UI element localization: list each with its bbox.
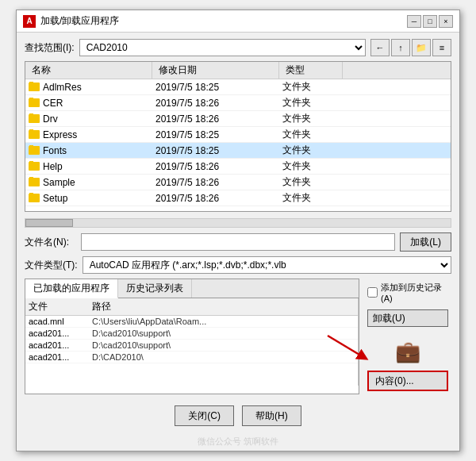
title-bar: A 加载/卸载应用程序 ─ □ × [17,10,459,33]
watermark: 微信公众号 筑啊软件 [17,436,459,451]
file-list-row[interactable]: CER 2019/7/5 18:26 文件夹 [25,95,451,111]
file-list-row[interactable]: Sample 2019/7/5 18:26 文件夹 [25,175,451,190]
add-to-history-label: 添加到历史记录(A) [381,282,448,303]
dialog-title: 加载/卸载应用程序 [40,14,119,28]
loaded-col-file: 文件 [29,300,92,313]
tab-history[interactable]: 历史记录列表 [118,279,192,298]
file-list-row[interactable]: Fonts 2019/7/5 18:25 文件夹 [25,143,451,159]
look-in-label: 查找范围(I): [25,41,75,55]
close-button[interactable]: × [439,15,453,28]
file-list-row[interactable]: Setup 2019/7/5 18:26 文件夹 [25,190,451,206]
file-list-container[interactable]: 名称 修改日期 类型 AdlmRes 2019/7/5 18:25 文件夹 CE… [25,61,451,212]
briefcase-container: 💼 [367,340,448,364]
main-dialog: A 加载/卸载应用程序 ─ □ × 查找范围(I): CAD2010 ← ↑ 📁… [16,10,460,451]
file-list-row[interactable]: Drv 2019/7/5 18:26 文件夹 [25,111,451,127]
toolbar-row: 查找范围(I): CAD2010 ← ↑ 📁 ≡ [25,39,451,56]
filename-label: 文件名(N): [25,236,76,249]
loaded-list-header: 文件 路径 [25,298,358,316]
filetype-select[interactable]: AutoCAD 应用程序 (*.arx;*.lsp;*.dvb;*.dbx;*.… [83,256,451,274]
help-button[interactable]: 帮助(H) [242,405,301,426]
up-button[interactable]: ↑ [391,39,410,56]
maximize-button[interactable]: □ [423,15,437,28]
arrow-svg [324,332,371,363]
loaded-list-rows: acad.mnlC:\Users\liu\AppData\Roam...acad… [25,316,358,363]
filename-row: 文件名(N): 加载(L) [25,232,451,252]
filename-input[interactable] [81,233,395,251]
loaded-list-area[interactable]: 文件 路径 acad.mnlC:\Users\liu\AppData\Roam.… [25,298,359,386]
loaded-col-path: 路径 [92,300,355,313]
dialog-body: 查找范围(I): CAD2010 ← ↑ 📁 ≡ 名称 修改日期 类型 Adlm… [17,33,459,436]
loaded-item[interactable]: acad201...D:\CAD2010\ [25,352,358,363]
filetype-row: 文件类型(T): AutoCAD 应用程序 (*.arx;*.lsp;*.dvb… [25,256,451,274]
title-bar-left: A 加载/卸载应用程序 [23,14,119,28]
loaded-item[interactable]: acad201...D:\cad2010\support\ [25,340,358,352]
col-type: 类型 [279,62,343,79]
view-button[interactable]: ≡ [432,39,451,56]
new-folder-button[interactable]: 📁 [412,39,431,56]
file-list-row[interactable]: AdlmRes 2019/7/5 18:25 文件夹 [25,79,451,95]
briefcase-icon: 💼 [395,340,420,363]
loaded-item[interactable]: acad201...D:\cad2010\support\ [25,328,358,340]
close-dialog-button[interactable]: 关闭(C) [175,405,234,426]
col-date: 修改日期 [152,62,279,79]
file-list-header: 名称 修改日期 类型 [25,62,451,79]
loaded-section: 已加载的应用程序 历史记录列表 文件 路径 acad.mnlC:\Users\l… [25,279,359,394]
svg-line-0 [328,336,363,357]
file-list-row[interactable]: Help 2019/7/5 18:26 文件夹 [25,159,451,175]
right-panel: 添加到历史记录(A) 卸载(U) 💼 [364,279,451,394]
loaded-content: 文件 路径 acad.mnlC:\Users\liu\AppData\Roam.… [25,298,359,386]
scrollbar-thumb[interactable] [25,219,73,227]
col-name: 名称 [25,62,152,79]
tab-loaded[interactable]: 已加载的应用程序 [25,279,118,298]
minimize-button[interactable]: ─ [407,15,421,28]
window-controls: ─ □ × [407,15,453,28]
horizontal-scrollbar[interactable] [25,218,451,228]
loaded-item[interactable]: acad.mnlC:\Users\liu\AppData\Roam... [25,316,358,328]
app-icon: A [23,15,36,28]
back-button[interactable]: ← [370,39,390,56]
folder-select[interactable]: CAD2010 [79,39,366,56]
checkbox-row: 添加到历史记录(A) [367,282,448,303]
add-to-history-checkbox[interactable] [367,287,378,298]
load-button[interactable]: 加载(L) [400,232,451,252]
unload-button[interactable]: 卸载(U) [367,309,448,327]
file-list-rows: AdlmRes 2019/7/5 18:25 文件夹 CER 2019/7/5 … [25,79,451,206]
file-list-row[interactable]: Express 2019/7/5 18:25 文件夹 [25,127,451,143]
bottom-row: 关闭(C) 帮助(H) [25,399,451,429]
toolbar-buttons: ← ↑ 📁 ≡ [370,39,451,56]
content-button[interactable]: 内容(0)... [367,371,448,391]
loaded-section-wrapper: 已加载的应用程序 历史记录列表 文件 路径 acad.mnlC:\Users\l… [25,279,451,394]
filetype-label: 文件类型(T): [25,259,78,272]
loaded-tabs: 已加载的应用程序 历史记录列表 [25,279,359,298]
